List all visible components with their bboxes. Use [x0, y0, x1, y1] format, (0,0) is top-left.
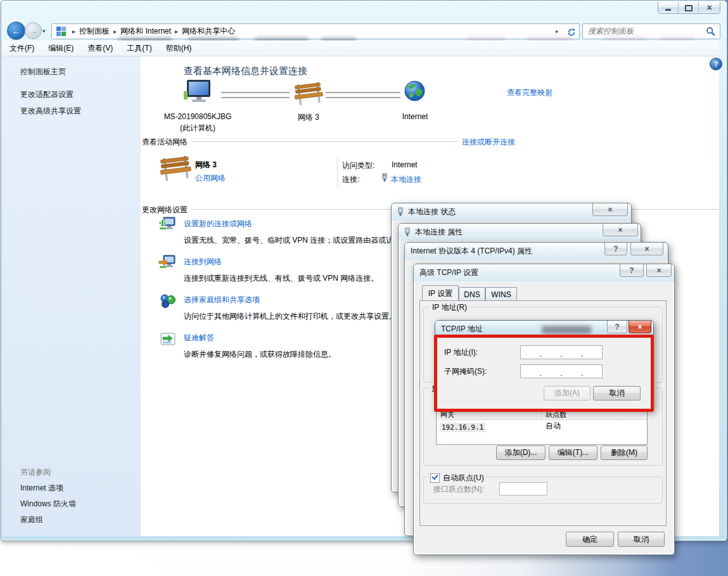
- menu-file[interactable]: 文件(F): [3, 43, 41, 54]
- tab-dns[interactable]: DNS: [459, 287, 485, 302]
- ip-address-label: IP 地址(I):: [444, 347, 478, 358]
- octet-dot: .: [581, 350, 583, 359]
- dialog-title: Internet 协议版本 4 (TCP/IPv4) 属性: [411, 246, 532, 257]
- connection-plug-icon: [381, 173, 388, 182]
- close-button[interactable]: ×: [592, 203, 628, 216]
- task-troubleshoot-desc: 诊断并修复网络问题，或获得故障排除信息。: [184, 349, 336, 360]
- ip-address-input[interactable]: . . .: [520, 345, 603, 359]
- help-button[interactable]: ?: [607, 321, 627, 333]
- chevron-down-icon: ▾: [555, 29, 558, 35]
- sidebar-item-home[interactable]: 控制面板主页: [20, 67, 66, 77]
- censor-blur: [542, 326, 591, 334]
- tab-wins[interactable]: WINS: [485, 287, 517, 302]
- computer-icon[interactable]: [182, 79, 213, 105]
- internet-globe-icon[interactable]: [404, 80, 425, 101]
- menu-edit[interactable]: 编辑(E): [41, 43, 80, 54]
- forward-button[interactable]: →: [25, 22, 42, 39]
- close-button[interactable]: ×: [699, 2, 720, 13]
- task-homegroup-desc: 访问位于其他网络计算机上的文件和打印机，或更改共享设置。: [184, 311, 397, 322]
- auto-metric-checkbox[interactable]: [430, 473, 440, 483]
- octet-dot: .: [539, 369, 541, 378]
- active-network-bench-icon: [160, 156, 191, 181]
- subnet-mask-input[interactable]: . . .: [520, 364, 603, 378]
- gateway-table-row[interactable]: 192.16.9.1 自动: [437, 420, 647, 432]
- cancel-button[interactable]: 取消: [593, 386, 641, 400]
- map-link-line: [326, 92, 400, 98]
- access-type-value: Internet: [392, 160, 418, 169]
- menu-bar: 文件(F) 编辑(E) 查看(V) 工具(T) 帮助(H): [3, 41, 719, 56]
- connect-to-network-icon: [158, 254, 176, 270]
- map-network-label: 网络 3: [283, 112, 335, 123]
- octet-dot: .: [581, 369, 583, 378]
- map-link-line: [221, 92, 290, 98]
- subnet-mask-label: 子网掩码(S):: [444, 366, 487, 377]
- sidebar-item-windows-firewall[interactable]: Windows 防火墙: [20, 499, 76, 509]
- refresh-icon: [567, 27, 576, 36]
- help-button[interactable]: ?: [604, 243, 627, 255]
- breadcrumb-network-internet[interactable]: 网络和 Internet: [120, 26, 171, 37]
- sidebar-see-also-heading: 另请参阅: [20, 467, 51, 478]
- interface-metric-label: 接口跃点数(N):: [433, 484, 484, 495]
- menu-tools[interactable]: 工具(T): [120, 43, 158, 54]
- forward-arrow-icon: →: [29, 26, 38, 36]
- auto-metric-label: 自动跃点(U): [443, 473, 484, 483]
- gateway-delete-button[interactable]: 删除(M): [601, 445, 648, 460]
- close-button[interactable]: ×: [603, 224, 638, 236]
- breadcrumb-network-sharing[interactable]: 网络和共享中心: [182, 26, 235, 37]
- close-icon: ×: [618, 226, 622, 234]
- chevron-down-icon: ▾: [42, 28, 46, 34]
- maximize-button[interactable]: [679, 2, 699, 13]
- breadcrumb-separator-icon: ▸: [110, 28, 120, 35]
- new-connection-icon: [158, 216, 176, 232]
- access-type-label: 访问类型:: [342, 160, 374, 171]
- cancel-button[interactable]: 取消: [618, 532, 665, 547]
- menu-view[interactable]: 查看(V): [80, 43, 120, 54]
- network-bench-icon[interactable]: [294, 82, 323, 105]
- help-icon: ?: [629, 266, 634, 275]
- sidebar-item-adapter-settings[interactable]: 更改适配器设置: [20, 89, 73, 100]
- connection-plug-icon: [404, 227, 411, 237]
- section-rule: [191, 141, 459, 142]
- sidebar-item-internet-options[interactable]: Internet 选项: [20, 483, 63, 494]
- gateway-table[interactable]: 网关 跃点数 192.16.9.1 自动: [436, 408, 648, 445]
- task-homegroup-link[interactable]: 选择家庭组和共享选项: [184, 295, 260, 305]
- breadcrumb-separator-icon: ▸: [68, 28, 79, 35]
- help-icon: ?: [615, 323, 619, 331]
- help-button[interactable]: ?: [710, 58, 722, 70]
- menu-help[interactable]: 帮助(H): [159, 43, 199, 54]
- back-button[interactable]: ←: [7, 22, 25, 40]
- tab-ip-settings[interactable]: IP 设置: [422, 285, 459, 302]
- add-button[interactable]: 添加(A): [544, 386, 591, 400]
- connection-plug-icon: [397, 207, 404, 217]
- troubleshoot-icon: [160, 333, 176, 347]
- help-icon: ?: [714, 60, 718, 68]
- breadcrumb-control-panel[interactable]: 控制面板: [79, 26, 110, 37]
- connection-label: 连接:: [342, 174, 359, 185]
- close-button[interactable]: ×: [629, 321, 651, 333]
- gateway-edit-button[interactable]: 编辑(T)...: [549, 445, 597, 460]
- search-placeholder: 搜索控制面板: [583, 26, 706, 37]
- sidebar-item-homegroup[interactable]: 家庭组: [20, 515, 43, 525]
- close-button[interactable]: ×: [630, 243, 663, 255]
- close-icon: ×: [656, 266, 661, 275]
- auto-metric-row: 自动跃点(U): [428, 473, 486, 483]
- ok-button[interactable]: 确定: [566, 532, 614, 547]
- task-connect-link[interactable]: 连接到网络: [184, 257, 222, 267]
- local-connection-link[interactable]: 本地连接: [391, 174, 421, 185]
- connect-disconnect-link[interactable]: 连接或断开连接: [462, 137, 515, 148]
- help-button[interactable]: ?: [620, 264, 644, 277]
- full-map-link[interactable]: 查看完整映射: [507, 87, 552, 98]
- close-button[interactable]: ×: [646, 264, 672, 277]
- interface-metric-input[interactable]: [499, 482, 547, 496]
- task-troubleshoot-link[interactable]: 疑难解答: [184, 333, 214, 343]
- minimize-button[interactable]: [658, 2, 679, 13]
- dialog-title-bar: Internet 协议版本 4 (TCP/IPv4) 属性: [405, 243, 668, 260]
- gateway-value: 192.16.9.1: [440, 423, 485, 432]
- nav-history-dropdown[interactable]: ▾: [42, 28, 46, 34]
- gateway-add-button[interactable]: 添加(D)...: [496, 445, 546, 460]
- sidebar-item-sharing-settings[interactable]: 更改高级共享设置: [20, 106, 81, 117]
- task-new-connection-desc: 设置无线、宽带、拨号、临时或 VPN 连接；或设置路由器或访问点。: [184, 235, 416, 246]
- task-new-connection-link[interactable]: 设置新的连接或网络: [184, 219, 252, 229]
- computer-note: (此计算机): [160, 123, 236, 134]
- network-type-link[interactable]: 公用网络: [195, 173, 226, 184]
